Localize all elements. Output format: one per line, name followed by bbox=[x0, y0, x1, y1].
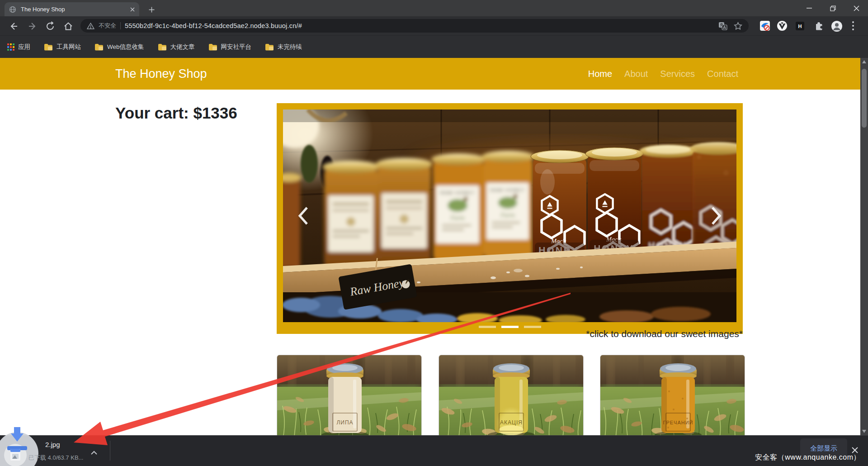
window-controls bbox=[797, 0, 868, 16]
carousel-indicator-3[interactable] bbox=[524, 326, 541, 328]
download-filename[interactable]: 2.jpg bbox=[45, 441, 60, 448]
folder-icon bbox=[44, 43, 53, 51]
bookmark-folder-label: 工具网站 bbox=[57, 43, 81, 51]
carousel-prev-button[interactable] bbox=[283, 109, 324, 322]
tab-close-icon[interactable] bbox=[130, 7, 135, 12]
extensions-puzzle-icon[interactable] bbox=[814, 20, 825, 31]
folder-icon bbox=[208, 43, 217, 51]
scrollbar-thumb[interactable] bbox=[862, 69, 867, 128]
hackbar-extension-icon[interactable]: H bbox=[796, 22, 804, 30]
page-scrollbar[interactable] bbox=[860, 58, 868, 435]
bookmark-folder-articles[interactable]: 大佬文章 bbox=[158, 43, 195, 51]
translate-icon[interactable] bbox=[718, 21, 727, 30]
carousel-next-button[interactable] bbox=[696, 109, 736, 322]
url-divider bbox=[120, 22, 121, 29]
folder-icon bbox=[94, 43, 104, 51]
anquanke-watermark: 安全客（www.anquanke.com） bbox=[755, 453, 861, 462]
site-header: The Honey Shop Home About Services Conta… bbox=[0, 58, 860, 90]
scroll-up-arrow-icon[interactable] bbox=[860, 59, 868, 65]
scroll-down-arrow-icon[interactable] bbox=[860, 428, 868, 434]
download-status: 已下载 4.0/63.7 KB... bbox=[28, 454, 83, 462]
image-file-icon bbox=[10, 449, 20, 461]
downloads-divider bbox=[110, 441, 110, 461]
chevron-right-icon bbox=[710, 205, 722, 227]
svg-text:Farm: Farm bbox=[450, 214, 464, 221]
home-button[interactable] bbox=[63, 21, 74, 32]
download-expand-chevron-icon[interactable] bbox=[90, 449, 98, 457]
download-caption: *click to download our sweet images* bbox=[277, 328, 743, 339]
site-brand[interactable]: The Honey Shop bbox=[115, 58, 207, 90]
security-label: 不安全 bbox=[99, 22, 116, 30]
nav-home[interactable]: Home bbox=[588, 69, 612, 79]
browser-menu-kebab-icon[interactable] bbox=[852, 21, 854, 31]
carousel-indicator-1[interactable] bbox=[479, 326, 496, 328]
profile-avatar[interactable] bbox=[831, 20, 843, 32]
bookmark-apps[interactable]: 应用 bbox=[7, 43, 30, 51]
folder-icon bbox=[158, 43, 167, 51]
window-restore-button[interactable] bbox=[821, 0, 844, 16]
globe-favicon-icon bbox=[9, 6, 16, 13]
bookmark-folder-label: 网安社平台 bbox=[221, 43, 252, 51]
back-button[interactable] bbox=[8, 21, 19, 32]
tab-title: The Honey Shop bbox=[21, 6, 126, 13]
bookmark-folder-label: Web信息收集 bbox=[107, 43, 144, 51]
chevron-left-icon bbox=[297, 205, 310, 227]
apps-grid-icon bbox=[7, 43, 14, 51]
bookmark-star-icon[interactable] bbox=[734, 22, 742, 30]
new-tab-button[interactable] bbox=[146, 4, 157, 15]
bookmark-folder-label: 大佬文章 bbox=[170, 43, 195, 51]
svg-text:RAW HONEY: RAW HONEY bbox=[440, 190, 475, 195]
bookmark-folder-web-recon[interactable]: Web信息收集 bbox=[94, 43, 144, 51]
reload-button[interactable] bbox=[45, 21, 56, 32]
svg-text:ГРЕЧАНИЙ: ГРЕЧАНИЙ bbox=[663, 420, 693, 425]
bookmark-apps-label: 应用 bbox=[18, 43, 30, 51]
bookmark-folder-label: 未完待续 bbox=[278, 43, 302, 51]
svg-text:ЛИПА: ЛИПА bbox=[336, 419, 353, 426]
address-bar[interactable]: 不安全 5550b2df-9c1c-4bed-bf12-54cadced5ae2… bbox=[80, 19, 749, 33]
bookmark-folder-sec-platform[interactable]: 网安社平台 bbox=[208, 43, 252, 51]
svg-text:Farm: Farm bbox=[500, 212, 514, 219]
folder-icon bbox=[265, 43, 274, 51]
bookmark-folder-todo[interactable]: 未完待续 bbox=[265, 43, 302, 51]
thunder-extension-icon[interactable] bbox=[760, 20, 770, 31]
cart-heading: Your cart: $1336 bbox=[115, 104, 237, 122]
violentmonkey-extension-icon[interactable] bbox=[777, 20, 788, 31]
bookmark-folder-tools[interactable]: 工具网站 bbox=[44, 43, 81, 51]
honey-shelf-photo: RAW HONEY Farm RAW HONEY Farm bbox=[283, 109, 736, 322]
not-secure-warning-icon[interactable] bbox=[87, 23, 94, 29]
svg-text:АКАЦІЯ: АКАЦІЯ bbox=[500, 419, 523, 426]
carousel-image[interactable]: RAW HONEY Farm RAW HONEY Farm bbox=[283, 109, 736, 322]
window-minimize-button[interactable] bbox=[797, 0, 821, 16]
site-nav: Home About Services Contact bbox=[588, 58, 738, 90]
window-close-button[interactable] bbox=[844, 0, 868, 16]
hackbar-label: H bbox=[796, 22, 804, 30]
url-text[interactable]: 5550b2df-9c1c-4bed-bf12-54cadced5ae2.nod… bbox=[125, 22, 302, 29]
bookmarks-bar: 应用 工具网站 Web信息收集 大佬文章 网安社平台 未完待续 bbox=[0, 35, 868, 58]
nav-contact[interactable]: Contact bbox=[707, 69, 738, 79]
forward-button[interactable] bbox=[27, 21, 38, 32]
browser-tab[interactable]: The Honey Shop bbox=[5, 2, 139, 16]
tab-strip: The Honey Shop bbox=[0, 0, 868, 16]
downloads-bar bbox=[0, 435, 868, 466]
nav-about[interactable]: About bbox=[624, 69, 648, 79]
honey-carousel: RAW HONEY Farm RAW HONEY Farm bbox=[277, 103, 743, 334]
svg-text:RAW HONEY: RAW HONEY bbox=[491, 187, 525, 193]
carousel-indicator-2[interactable] bbox=[501, 326, 519, 328]
carousel-indicators bbox=[277, 326, 743, 328]
nav-services[interactable]: Services bbox=[660, 69, 695, 79]
